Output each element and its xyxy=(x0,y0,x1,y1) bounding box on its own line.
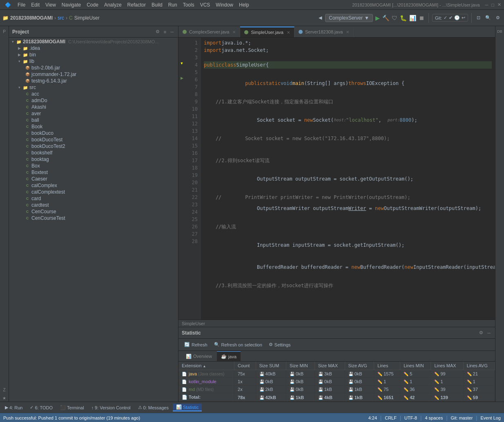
menu-code[interactable]: Code xyxy=(84,1,101,9)
search-everywhere-button[interactable]: 🔍 xyxy=(484,14,493,21)
menu-file[interactable]: File xyxy=(15,1,28,9)
stat-tab-overview[interactable]: 📊 Overview xyxy=(182,351,216,361)
col-lines-max[interactable]: Lines MAX xyxy=(431,362,463,370)
tree-item-cencoursetest[interactable]: C CenCourseTest xyxy=(9,215,178,221)
tree-item-aver[interactable]: C aver xyxy=(9,110,178,117)
tree-item-acc[interactable]: C acc xyxy=(9,91,178,97)
col-size-sum[interactable]: Size SUM xyxy=(256,362,286,370)
menu-run[interactable]: Run xyxy=(166,1,180,9)
tab-complexserver[interactable]: ComplexServer.java ✕ xyxy=(178,27,240,37)
layout-button[interactable]: ⊡ xyxy=(475,14,482,21)
terminal-tool-button[interactable]: ⬛ Terminal xyxy=(57,404,87,411)
maximize-button[interactable]: □ xyxy=(490,2,495,8)
panel-gear-button[interactable]: ≡ xyxy=(163,29,167,35)
simpleuser-tab-close[interactable]: ✕ xyxy=(287,30,290,35)
coverage-button[interactable]: 🛡 xyxy=(391,14,398,22)
tree-item-card[interactable]: C card xyxy=(9,195,178,202)
tree-item-bookducotest[interactable]: C bookDucoTest xyxy=(9,136,178,143)
statistic-settings-icon[interactable]: ⚙ xyxy=(478,330,484,336)
database-sidebar-toggle[interactable]: DB xyxy=(496,28,504,35)
col-count[interactable]: Count xyxy=(234,362,256,370)
tree-item-booktag[interactable]: C booktag xyxy=(9,156,178,163)
breadcrumb-src[interactable]: src xyxy=(58,15,64,21)
menu-help[interactable]: Help xyxy=(236,1,252,9)
statistic-tool-button[interactable]: 📊 Statistic xyxy=(173,404,202,411)
back-button[interactable]: ◀ xyxy=(317,14,323,21)
tree-item-bookshelf[interactable]: C bookshelf xyxy=(9,150,178,156)
tree-item-bin[interactable]: ▶ 📁 bin xyxy=(9,51,178,58)
tree-item-book[interactable]: C Book xyxy=(9,123,178,130)
statistic-minimize-button[interactable]: ─ xyxy=(486,330,492,336)
tree-item-bookduco[interactable]: C bookDuco xyxy=(9,130,178,136)
stat-tab-java[interactable]: ☕ java xyxy=(217,351,241,361)
refresh-on-selection-button[interactable]: 🔍 Refresh on selection xyxy=(212,341,265,348)
col-size-min[interactable]: Size MIN xyxy=(286,362,315,370)
project-sidebar-toggle[interactable]: P xyxy=(1,28,8,35)
col-size-max[interactable]: Size MAX xyxy=(314,362,345,370)
tree-item-ball[interactable]: C ball xyxy=(9,117,178,123)
tree-item-bookducotest2[interactable]: C bookDucoTest2 xyxy=(9,143,178,150)
tree-item-testng[interactable]: 📦 testng-6.14.3.jar xyxy=(9,78,178,84)
indent-info[interactable]: 4 spaces xyxy=(425,415,443,420)
menu-vcs[interactable]: VCS xyxy=(198,1,213,9)
menu-view[interactable]: View xyxy=(43,1,58,9)
code-content[interactable]: import java.io.*; import java.net.Socket… xyxy=(201,38,495,319)
tree-item-calcomplextest[interactable]: C calComplextest xyxy=(9,189,178,195)
run-tool-button[interactable]: ▶ 4: Run xyxy=(2,404,26,411)
tree-item-boxtest[interactable]: C Boxtest xyxy=(9,169,178,176)
build-button[interactable]: 🔨 xyxy=(381,14,390,22)
col-lines-min[interactable]: Lines MIN xyxy=(400,362,431,370)
panel-settings-button[interactable]: ⚙ xyxy=(154,29,161,35)
server182308-tab-close[interactable]: ✕ xyxy=(346,30,349,34)
tree-item-akashi[interactable]: C Akashi xyxy=(9,104,178,110)
line-ending[interactable]: CRLF xyxy=(385,415,397,420)
tab-server182308[interactable]: Server182308.java ✕ xyxy=(294,27,354,37)
debug-button[interactable]: 🐛 xyxy=(399,14,408,22)
settings-button[interactable]: ⚙ xyxy=(494,14,502,21)
settings-button-stat[interactable]: ⚙ Settings xyxy=(266,341,293,348)
run-config[interactable]: ComplexServer ▼ xyxy=(325,14,373,22)
tree-item-caeser[interactable]: C Caeser xyxy=(9,176,178,182)
col-lines-avg[interactable]: Lines AVG xyxy=(463,362,495,370)
tree-item-bsh[interactable]: 📦 bsh-2.0b6.jar xyxy=(9,65,178,71)
tab-simpleuser[interactable]: SimpleUser.java ✕ xyxy=(240,27,294,37)
git-button[interactable]: Git: ✓ ✔ 🕐 ↩ xyxy=(432,14,468,22)
menu-refactor[interactable]: Refactor xyxy=(125,1,148,9)
structure-sidebar-toggle[interactable]: Z xyxy=(1,386,8,393)
tree-item-cencourse[interactable]: C CenCourse xyxy=(9,208,178,215)
menu-tools[interactable]: Tools xyxy=(181,1,197,9)
tree-item-box[interactable]: C Box xyxy=(9,163,178,169)
todo-tool-button[interactable]: ✓ 6: TODO xyxy=(27,404,56,411)
panel-close-panel-button[interactable]: ─ xyxy=(169,29,175,35)
tree-item-idea[interactable]: ▶ 📁 .idea xyxy=(9,45,178,51)
vcs-tool-button[interactable]: ↑ 9: Version Control xyxy=(88,404,134,411)
menu-navigate[interactable]: Navigate xyxy=(59,1,83,9)
breadcrumb-class[interactable]: SimpleUser xyxy=(74,15,100,21)
run-button[interactable]: ▶ xyxy=(375,14,381,22)
complexserver-tab-close[interactable]: ✕ xyxy=(232,30,236,34)
close-button[interactable]: ✕ xyxy=(496,2,502,8)
cursor-position[interactable]: 4:24 xyxy=(368,415,377,420)
menu-window[interactable]: Window xyxy=(213,1,236,9)
tree-root[interactable]: ▾ 📁 20182308MOGAMI C:\Users\lenovo\IdeaP… xyxy=(9,38,178,45)
profiler-button[interactable]: 📊 xyxy=(408,14,417,22)
tree-item-lib[interactable]: ▾ 📁 lib xyxy=(9,58,178,65)
git-status[interactable]: Git: master xyxy=(451,415,473,420)
tree-item-src[interactable]: ▾ 📁 src xyxy=(9,84,178,91)
event-log-button[interactable]: Event Log xyxy=(480,415,501,420)
col-extension[interactable]: Extension ▲ xyxy=(178,362,234,370)
col-lines[interactable]: Lines xyxy=(374,362,400,370)
minimize-button[interactable]: ─ xyxy=(484,2,490,8)
menu-analyze[interactable]: Analyze xyxy=(102,1,124,9)
tree-item-admdo[interactable]: C admDo xyxy=(9,97,178,104)
tree-item-jcommander[interactable]: 📦 jcommander-1.72.jar xyxy=(9,71,178,78)
tree-item-cardtest[interactable]: C cardtest xyxy=(9,202,178,208)
favorites-sidebar-toggle[interactable]: ★ xyxy=(1,394,8,402)
menu-edit[interactable]: Edit xyxy=(29,1,42,9)
stop-button[interactable]: ⏹ xyxy=(418,14,425,22)
col-size-avg[interactable]: Size AVG xyxy=(345,362,374,370)
refresh-button[interactable]: 🔄 Refresh xyxy=(182,341,210,348)
tree-item-calcomplex[interactable]: C calComplex xyxy=(9,182,178,189)
charset[interactable]: UTF-8 xyxy=(404,415,417,420)
menu-build[interactable]: Build xyxy=(149,1,165,9)
